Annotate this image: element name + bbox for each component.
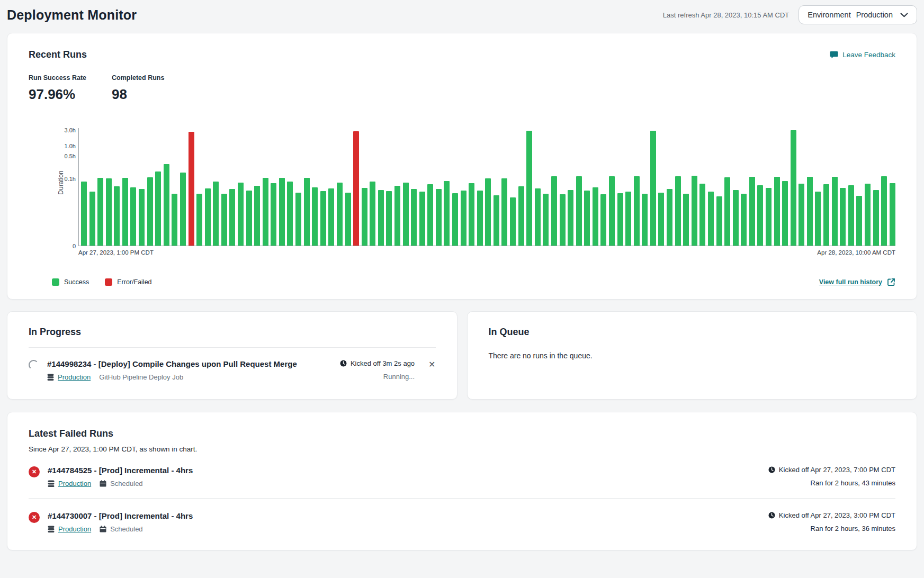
run-bar-success[interactable] — [634, 176, 640, 246]
run-bar-success[interactable] — [625, 192, 631, 246]
run-bar-success[interactable] — [724, 177, 730, 246]
run-bar-success[interactable] — [89, 192, 95, 246]
run-bar-success[interactable] — [774, 177, 780, 246]
close-icon[interactable]: ✕ — [428, 359, 435, 369]
run-bar-success[interactable] — [295, 193, 301, 246]
run-bar-success[interactable] — [337, 183, 343, 246]
run-bar-success[interactable] — [815, 192, 821, 246]
environment-dropdown[interactable]: Environment Production — [799, 5, 917, 24]
run-bar-success[interactable] — [560, 194, 566, 246]
run-bar-success[interactable] — [411, 189, 417, 246]
run-bar-success[interactable] — [403, 183, 409, 246]
run-bar-success[interactable] — [881, 176, 887, 246]
run-bar-success[interactable] — [799, 184, 804, 246]
run-bar-success[interactable] — [452, 193, 458, 246]
run-bar-success[interactable] — [683, 194, 689, 246]
run-bar-success[interactable] — [320, 191, 326, 246]
run-bar-success[interactable] — [791, 130, 796, 246]
run-bar-success[interactable] — [873, 190, 879, 246]
run-bar-success[interactable] — [147, 177, 153, 246]
run-bar-success[interactable] — [436, 189, 442, 246]
run-bar-success[interactable] — [130, 187, 136, 246]
run-bar-success[interactable] — [271, 183, 276, 246]
run-bar-success[interactable] — [287, 182, 293, 246]
run-bar-success[interactable] — [122, 178, 128, 246]
run-bar-success[interactable] — [246, 191, 252, 246]
run-bar-success[interactable] — [312, 187, 318, 246]
run-bar-success[interactable] — [386, 191, 392, 246]
run-bar-success[interactable] — [526, 131, 532, 246]
run-bar-success[interactable] — [485, 178, 491, 246]
run-bar-success[interactable] — [584, 191, 590, 246]
run-bar-success[interactable] — [576, 176, 582, 246]
run-bar-success[interactable] — [510, 197, 516, 246]
run-bar-success[interactable] — [254, 186, 260, 246]
run-bar-success[interactable] — [848, 185, 854, 246]
run-bar-success[interactable] — [81, 182, 87, 246]
leave-feedback-link[interactable]: Leave Feedback — [830, 51, 895, 59]
run-bar-success[interactable] — [139, 189, 145, 246]
run-bar-success[interactable] — [733, 190, 739, 246]
run-bar-success[interactable] — [543, 194, 549, 246]
run-bar-failed[interactable] — [353, 131, 359, 246]
run-bar-success[interactable] — [196, 194, 202, 246]
run-bar-success[interactable] — [427, 184, 433, 246]
run-bar-success[interactable] — [304, 178, 310, 246]
run-bar-success[interactable] — [890, 183, 895, 246]
run-bar-success[interactable] — [469, 183, 474, 246]
run-bar-success[interactable] — [699, 184, 705, 246]
run-bar-success[interactable] — [518, 186, 524, 246]
run-bar-success[interactable] — [229, 189, 235, 246]
run-bar-success[interactable] — [535, 188, 541, 246]
run-bar-success[interactable] — [757, 185, 763, 246]
run-bar-success[interactable] — [221, 194, 227, 246]
environment-link[interactable]: Production — [58, 525, 91, 533]
run-bar-success[interactable] — [155, 171, 161, 246]
run-bar-success[interactable] — [97, 178, 103, 246]
run-bar-success[interactable] — [782, 181, 788, 246]
run-bar-success[interactable] — [708, 192, 714, 246]
run-bar-success[interactable] — [593, 187, 598, 246]
run-bar-success[interactable] — [675, 176, 681, 246]
run-bar-success[interactable] — [741, 194, 747, 246]
run-bar-success[interactable] — [650, 131, 656, 246]
run-bar-success[interactable] — [600, 194, 606, 246]
view-full-run-history-link[interactable]: View full run history — [819, 278, 895, 286]
run-bar-success[interactable] — [419, 192, 425, 246]
run-bar-success[interactable] — [394, 186, 400, 246]
run-bar-success[interactable] — [444, 181, 450, 246]
run-bar-success[interactable] — [568, 190, 573, 246]
run-bar-success[interactable] — [205, 188, 211, 246]
environment-link[interactable]: Production — [58, 373, 91, 381]
run-bar-success[interactable] — [749, 177, 755, 246]
run-bar-success[interactable] — [807, 177, 813, 246]
run-bar-success[interactable] — [213, 182, 219, 246]
run-bar-success[interactable] — [658, 193, 664, 246]
run-bar-success[interactable] — [494, 195, 499, 246]
run-bar-success[interactable] — [263, 178, 268, 246]
run-bar-success[interactable] — [279, 178, 285, 246]
run-bar-success[interactable] — [642, 194, 648, 246]
run-bar-success[interactable] — [716, 196, 722, 246]
run-bar-success[interactable] — [362, 188, 367, 246]
run-bar-success[interactable] — [477, 191, 483, 246]
run-bar-success[interactable] — [667, 189, 672, 246]
run-bar-success[interactable] — [345, 193, 351, 246]
run-bar-success[interactable] — [832, 177, 838, 246]
run-bar-success[interactable] — [164, 164, 169, 246]
run-bar-success[interactable] — [501, 178, 507, 246]
run-bar-success[interactable] — [865, 184, 871, 246]
run-bar-success[interactable] — [692, 176, 697, 246]
run-bar-success[interactable] — [609, 176, 615, 246]
run-bar-success[interactable] — [823, 184, 829, 246]
run-bar-success[interactable] — [180, 173, 186, 246]
run-bar-success[interactable] — [461, 191, 467, 246]
run-bar-success[interactable] — [328, 188, 334, 246]
run-bar-success[interactable] — [378, 190, 384, 246]
run-bar-success[interactable] — [766, 188, 772, 246]
run-bar-success[interactable] — [172, 194, 177, 246]
run-bar-success[interactable] — [114, 186, 120, 246]
run-bar-success[interactable] — [370, 182, 375, 246]
run-bar-success[interactable] — [238, 183, 244, 246]
run-bar-success[interactable] — [106, 178, 112, 246]
